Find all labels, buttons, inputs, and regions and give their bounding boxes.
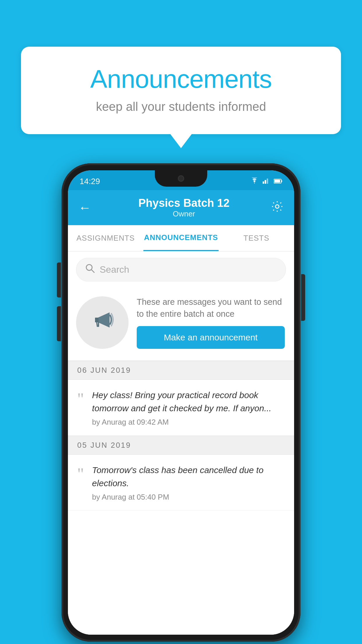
announcement-item-1[interactable]: " Hey class! Bring your practical record… xyxy=(68,380,294,436)
volume-up-button[interactable] xyxy=(57,262,61,298)
date-separator-2: 05 JUN 2019 xyxy=(68,436,294,455)
announcement-content-1: Hey class! Bring your practical record b… xyxy=(92,388,285,427)
wifi-icon xyxy=(250,177,259,186)
announcement-content-2: Tomorrow's class has been cancelled due … xyxy=(92,463,285,502)
search-bar[interactable]: Search xyxy=(76,258,286,281)
svg-rect-1 xyxy=(265,180,266,184)
back-button[interactable]: ← xyxy=(78,200,91,215)
header-subtitle: Owner xyxy=(97,209,271,218)
phone-notch xyxy=(155,170,207,187)
megaphone-icon xyxy=(89,307,115,338)
promo-description: These are messages you want to send to t… xyxy=(137,296,285,320)
svg-rect-4 xyxy=(281,180,282,182)
announcement-item-2[interactable]: " Tomorrow's class has been cancelled du… xyxy=(68,455,294,511)
svg-rect-5 xyxy=(274,180,280,183)
camera xyxy=(178,175,184,182)
content-area: Search xyxy=(68,251,294,635)
bubble-title: Announcements xyxy=(44,64,318,94)
svg-line-10 xyxy=(97,322,97,326)
announcement-author-1: by Anurag at 09:42 AM xyxy=(92,418,285,427)
svg-point-6 xyxy=(275,205,279,208)
promo-card: These are messages you want to send to t… xyxy=(68,288,294,361)
promo-icon-circle xyxy=(76,296,129,349)
phone-screen: 14:29 xyxy=(68,170,294,635)
phone-mockup: 14:29 xyxy=(61,163,301,642)
power-button[interactable] xyxy=(301,274,305,321)
svg-point-7 xyxy=(86,265,92,270)
signal-icon xyxy=(263,177,270,186)
tab-assignments[interactable]: ASSIGNMENTS xyxy=(68,225,143,251)
bubble-subtitle: keep all your students informed xyxy=(44,100,318,114)
promo-content: These are messages you want to send to t… xyxy=(137,296,285,349)
announcement-text-1: Hey class! Bring your practical record b… xyxy=(92,388,285,415)
app-header: ← Physics Batch 12 Owner xyxy=(68,190,294,225)
make-announcement-button[interactable]: Make an announcement xyxy=(137,326,285,349)
header-center: Physics Batch 12 Owner xyxy=(97,197,271,218)
quote-icon-2: " xyxy=(77,466,84,482)
volume-down-button[interactable] xyxy=(57,306,61,341)
svg-rect-0 xyxy=(263,181,264,184)
status-icons xyxy=(250,175,282,186)
announcement-author-2: by Anurag at 05:40 PM xyxy=(92,493,285,502)
settings-button[interactable] xyxy=(271,200,284,216)
svg-rect-9 xyxy=(95,318,99,322)
tab-bar: ASSIGNMENTS ANNOUNCEMENTS TESTS xyxy=(68,225,294,251)
search-icon xyxy=(85,263,95,276)
tab-announcements[interactable]: ANNOUNCEMENTS xyxy=(143,225,219,251)
header-title: Physics Batch 12 xyxy=(97,197,271,209)
date-separator-1: 06 JUN 2019 xyxy=(68,361,294,380)
svg-line-8 xyxy=(92,270,94,273)
speech-bubble: Announcements keep all your students inf… xyxy=(21,47,341,134)
search-placeholder: Search xyxy=(100,264,129,275)
announcement-text-2: Tomorrow's class has been cancelled due … xyxy=(92,463,285,490)
quote-icon-1: " xyxy=(77,391,84,407)
battery-icon xyxy=(274,177,282,186)
tab-tests[interactable]: TESTS xyxy=(219,225,294,251)
svg-rect-2 xyxy=(267,178,268,184)
